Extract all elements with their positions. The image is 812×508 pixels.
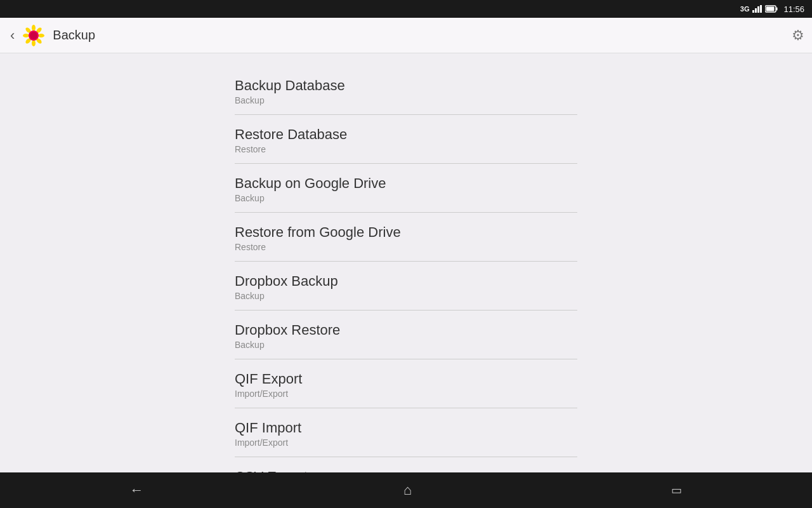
menu-item-title-restore-google-drive: Restore from Google Drive	[235, 224, 577, 241]
menu-item-dropbox-backup[interactable]: Dropbox BackupBackup	[235, 262, 577, 311]
svg-rect-1	[776, 8, 778, 11]
status-bar: 3G 11:56	[0, 0, 812, 18]
network-type-label: 3G	[740, 5, 750, 13]
menu-item-subtitle-backup-database: Backup	[235, 95, 577, 105]
menu-item-title-dropbox-restore: Dropbox Restore	[235, 322, 577, 338]
signal-icon	[752, 5, 762, 13]
menu-item-subtitle-restore-database: Restore	[235, 144, 577, 154]
menu-item-subtitle-dropbox-backup: Backup	[235, 291, 577, 301]
menu-item-subtitle-qif-import: Import/Export	[235, 438, 577, 448]
menu-item-title-backup-database: Backup Database	[235, 77, 577, 94]
menu-item-title-qif-export: QIF Export	[235, 371, 577, 387]
top-bar: ‹ Backup ⚙	[0, 18, 812, 53]
status-time: 11:56	[783, 4, 804, 14]
svg-point-7	[32, 40, 36, 46]
battery-icon	[765, 5, 778, 13]
menu-item-backup-database[interactable]: Backup DatabaseBackup	[235, 66, 577, 115]
menu-item-dropbox-restore[interactable]: Dropbox RestoreBackup	[235, 311, 577, 359]
top-bar-right: ⚙	[792, 27, 804, 44]
menu-item-qif-export[interactable]: QIF ExportImport/Export	[235, 359, 577, 408]
svg-point-5	[38, 34, 44, 37]
back-button[interactable]: ‹	[8, 25, 17, 46]
menu-list: Backup DatabaseBackupRestore DatabaseRes…	[235, 66, 577, 460]
menu-item-title-qif-import: QIF Import	[235, 420, 577, 436]
status-icons: 3G 11:56	[740, 4, 804, 14]
nav-back-button[interactable]: ←	[117, 477, 157, 504]
settings-button[interactable]: ⚙	[792, 27, 804, 43]
svg-rect-2	[766, 7, 775, 11]
app-title: Backup	[53, 28, 95, 43]
bottom-nav: ← ⌂ ▭	[0, 472, 812, 508]
menu-item-title-dropbox-backup: Dropbox Backup	[235, 273, 577, 290]
svg-point-12	[30, 32, 37, 39]
main-content: Backup DatabaseBackupRestore DatabaseRes…	[0, 53, 812, 472]
menu-item-csv-export[interactable]: CSV ExportImport/Export	[235, 457, 577, 472]
menu-item-backup-google-drive[interactable]: Backup on Google DriveBackup	[235, 164, 577, 213]
top-bar-left: ‹ Backup	[8, 24, 95, 47]
menu-item-title-backup-google-drive: Backup on Google Drive	[235, 175, 577, 192]
menu-item-subtitle-dropbox-restore: Backup	[235, 340, 577, 350]
app-logo	[22, 24, 45, 47]
menu-item-title-restore-database: Restore Database	[235, 126, 577, 143]
svg-point-9	[23, 34, 29, 37]
nav-recent-button[interactable]: ▭	[658, 478, 695, 502]
menu-item-subtitle-restore-google-drive: Restore	[235, 242, 577, 252]
menu-item-restore-google-drive[interactable]: Restore from Google DriveRestore	[235, 213, 577, 262]
svg-point-3	[32, 25, 36, 31]
menu-item-restore-database[interactable]: Restore DatabaseRestore	[235, 115, 577, 164]
menu-item-subtitle-backup-google-drive: Backup	[235, 193, 577, 203]
menu-item-qif-import[interactable]: QIF ImportImport/Export	[235, 408, 577, 457]
menu-item-subtitle-qif-export: Import/Export	[235, 389, 577, 399]
nav-home-button[interactable]: ⌂	[391, 477, 424, 504]
